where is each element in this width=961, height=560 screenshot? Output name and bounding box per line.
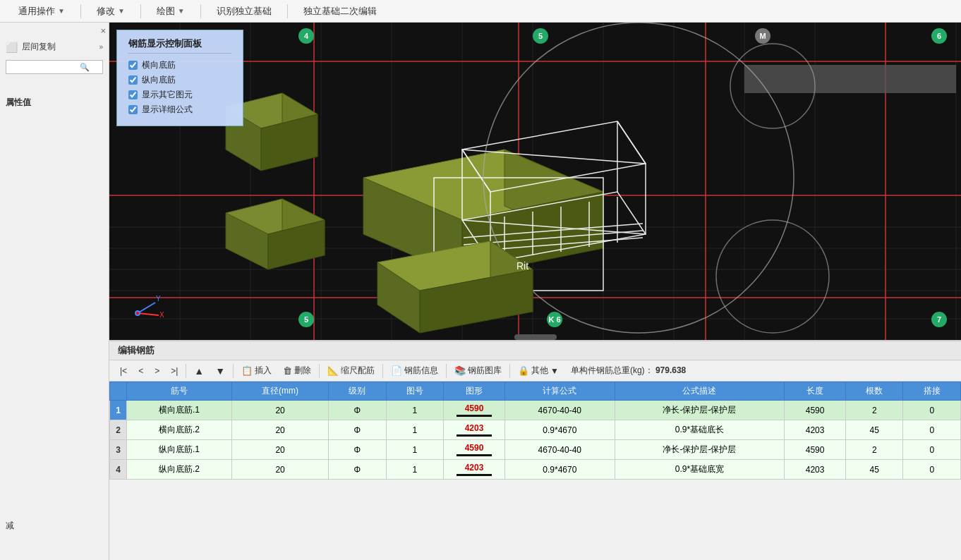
- grid-num-5: 5: [533, 28, 548, 44]
- row-num-cell: 3: [110, 440, 127, 460]
- checkbox-row-3: 显示其它图元: [128, 89, 231, 101]
- checkbox-vertical-label: 纵向底筋: [142, 74, 176, 86]
- table-container[interactable]: 筋号 直径(mm) 级别 图号 图形 计算公式 公式描述 长度 根数 搭接: [109, 382, 961, 480]
- grid-num-4: 4: [298, 28, 314, 44]
- fig-num-cell[interactable]: 1: [386, 460, 443, 480]
- svg-rect-25: [744, 65, 956, 93]
- table-row[interactable]: 2横向底筋.220Φ142030.9*46700.9*基础底长4203450: [110, 420, 961, 440]
- desc-cell[interactable]: 0.9*基础底宽: [615, 460, 784, 480]
- lap-cell[interactable]: 0: [903, 460, 961, 480]
- count-cell[interactable]: 2: [845, 440, 902, 460]
- tb-move-down[interactable]: ▼: [210, 363, 230, 379]
- control-panel-title: 钢筋显示控制面板: [128, 37, 231, 54]
- grade-cell[interactable]: Φ: [329, 420, 386, 440]
- formula-cell[interactable]: 0.9*4670: [504, 420, 615, 440]
- jin-hao-cell[interactable]: 横向底筋.2: [127, 420, 232, 440]
- grade-cell[interactable]: Φ: [329, 460, 386, 480]
- tb-move-up[interactable]: ▲: [189, 363, 209, 379]
- tb-sep-1: [186, 364, 186, 378]
- tb-delete-btn[interactable]: 🗑 删除: [278, 363, 316, 379]
- tb-nav-next[interactable]: >: [150, 364, 164, 378]
- jin-hao-cell[interactable]: 纵向底筋.2: [127, 460, 232, 480]
- checkbox-vertical[interactable]: [128, 75, 138, 85]
- shape-cell[interactable]: 4590: [444, 401, 505, 420]
- shape-cell[interactable]: 4203: [444, 420, 505, 440]
- rebar-table: 筋号 直径(mm) 级别 图号 图形 计算公式 公式描述 长度 根数 搭接: [109, 382, 961, 480]
- desc-cell[interactable]: 0.9*基础底长: [615, 420, 784, 440]
- formula-cell[interactable]: 4670-40-40: [504, 401, 615, 420]
- menu-bar: 通用操作 ▼ 修改 ▼ 绘图 ▼ 识别独立基础 独立基础二次编辑: [0, 0, 961, 23]
- menu-identify[interactable]: 识别独立基础: [204, 0, 284, 23]
- sidebar-close-btn[interactable]: ×: [100, 25, 106, 36]
- checkbox-horizontal[interactable]: [128, 61, 138, 70]
- tb-sep-5: [446, 364, 447, 378]
- menu-general-ops[interactable]: 通用操作 ▼: [6, 0, 78, 23]
- grade-cell[interactable]: Φ: [329, 401, 386, 420]
- grid-num-K6: K 6: [547, 312, 562, 327]
- count-cell[interactable]: 45: [845, 420, 902, 440]
- th-count: 根数: [845, 382, 902, 401]
- diameter-cell[interactable]: 20: [232, 440, 329, 460]
- grid-num-6: 6: [931, 28, 947, 44]
- toolbar: |< < > >| ▲ ▼ 📋 插入 🗑 删除 📐: [109, 360, 961, 382]
- th-lap: 搭接: [903, 382, 961, 401]
- tb-insert-btn[interactable]: 📋 插入: [236, 363, 277, 379]
- left-sidebar: × ⬜ 层间复制 » 🔍 属性值 减: [0, 23, 109, 560]
- diameter-cell[interactable]: 20: [232, 401, 329, 420]
- checkbox-other-elem[interactable]: [128, 90, 138, 99]
- length-cell[interactable]: 4203: [785, 460, 846, 480]
- fig-num-cell[interactable]: 1: [386, 420, 443, 440]
- length-cell[interactable]: 4590: [785, 440, 846, 460]
- menu-modify[interactable]: 修改 ▼: [84, 0, 138, 23]
- table-row[interactable]: 4纵向底筋.220Φ142030.9*46700.9*基础底宽4203450: [110, 460, 961, 480]
- tb-info-btn[interactable]: 📄 钢筋信息: [386, 363, 443, 379]
- shape-cell[interactable]: 4590: [444, 440, 505, 460]
- attr-label: 属性值: [6, 97, 31, 107]
- desc-cell[interactable]: 净长-保护层-保护层: [615, 440, 784, 460]
- viewport[interactable]: Rit 4 5 M 6 5 K 6 7 Y X: [109, 23, 961, 340]
- checkbox-show-formula[interactable]: [128, 105, 138, 114]
- tb-scale-btn[interactable]: 📐 缩尺配筋: [322, 363, 380, 379]
- menu-draw[interactable]: 绘图 ▼: [144, 0, 198, 23]
- lap-cell[interactable]: 0: [903, 420, 961, 440]
- desc-cell[interactable]: 净长-保护层-保护层: [615, 401, 784, 420]
- formula-cell[interactable]: 4670-40-40: [504, 440, 615, 460]
- th-empty: [110, 382, 127, 401]
- row-num-cell: 1: [110, 401, 127, 420]
- tb-library-btn[interactable]: 📚 钢筋图库: [449, 363, 507, 379]
- search-icon[interactable]: 🔍: [80, 63, 90, 72]
- table-row[interactable]: 1横向底筋.120Φ145904670-40-40净长-保护层-保护层45902…: [110, 401, 961, 420]
- tb-nav-last[interactable]: >|: [166, 364, 183, 378]
- lap-cell[interactable]: 0: [903, 440, 961, 460]
- fig-num-cell[interactable]: 1: [386, 401, 443, 420]
- tb-nav-first[interactable]: |<: [115, 364, 132, 378]
- diameter-cell[interactable]: 20: [232, 420, 329, 440]
- shape-cell[interactable]: 4203: [444, 460, 505, 480]
- length-cell[interactable]: 4203: [785, 420, 846, 440]
- formula-cell[interactable]: 0.9*4670: [504, 460, 615, 480]
- tb-other-btn[interactable]: 🔒 其他 ▼: [513, 363, 564, 379]
- menu-secondary-edit[interactable]: 独立基础二次编辑: [291, 0, 389, 23]
- jin-hao-cell[interactable]: 横向底筋.1: [127, 401, 232, 420]
- fig-num-cell[interactable]: 1: [386, 440, 443, 460]
- count-cell[interactable]: 45: [845, 460, 902, 480]
- edit-section: 编辑钢筋 |< < > >| ▲ ▼ 📋 插入 🗑 删除: [109, 340, 961, 480]
- attr-section: 属性值: [0, 91, 109, 114]
- svg-point-70: [136, 312, 139, 315]
- table-row[interactable]: 3纵向底筋.120Φ145904670-40-40净长-保护层-保护层45902…: [110, 440, 961, 460]
- insert-icon: 📋: [241, 365, 253, 376]
- diameter-cell[interactable]: 20: [232, 460, 329, 480]
- viewport-scrollbar[interactable]: [514, 334, 557, 340]
- count-cell[interactable]: 2: [845, 401, 902, 420]
- grade-cell[interactable]: Φ: [329, 440, 386, 460]
- search-input[interactable]: [9, 62, 80, 72]
- checkbox-show-formula-label: 显示详细公式: [142, 104, 193, 116]
- grid-num-5b: 5: [298, 312, 314, 327]
- content-area: Rit 4 5 M 6 5 K 6 7 Y X: [109, 23, 961, 560]
- weight-info: 单构件钢筋总重(kg)： 979.638: [571, 365, 686, 377]
- length-cell[interactable]: 4590: [785, 401, 846, 420]
- edit-section-title: 编辑钢筋: [109, 341, 961, 360]
- lap-cell[interactable]: 0: [903, 401, 961, 420]
- tb-nav-prev[interactable]: <: [133, 364, 148, 378]
- jin-hao-cell[interactable]: 纵向底筋.1: [127, 440, 232, 460]
